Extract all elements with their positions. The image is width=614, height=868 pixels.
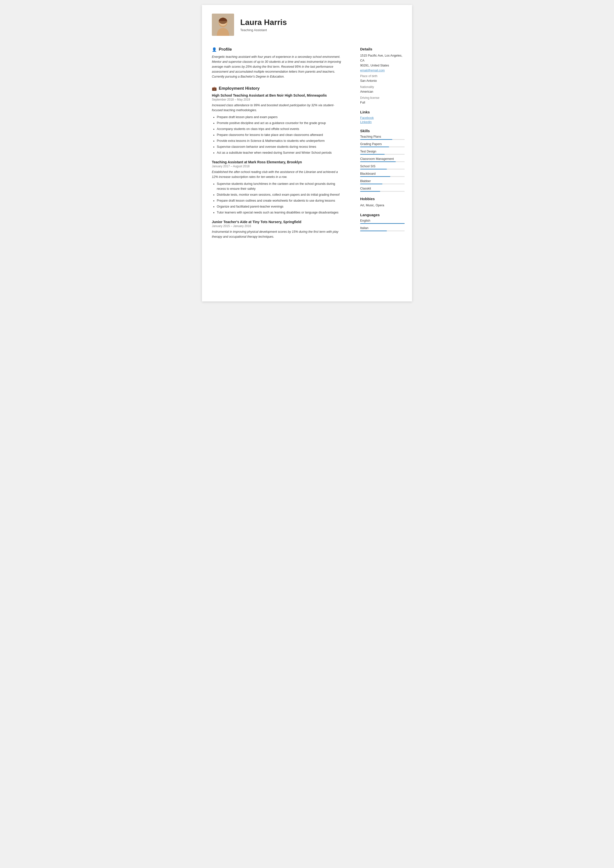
nationality-label: Nationality bbox=[360, 85, 405, 89]
skills-title: Skills bbox=[360, 129, 405, 133]
job-title-1: Teaching Assistant at Mark Ross Elementa… bbox=[212, 160, 344, 164]
job-bullet: Prepare classrooms for lessons to take p… bbox=[217, 132, 344, 137]
skill-bar-fill-2 bbox=[360, 154, 385, 155]
left-column: 👤 Profile Energetic teaching assistant w… bbox=[202, 45, 353, 294]
job-bullet: Organize and facilitated parent-teacher … bbox=[217, 204, 344, 209]
job-block-1: Teaching Assistant at Mark Ross Elementa… bbox=[212, 160, 344, 215]
skill-bar-bg-6 bbox=[360, 184, 405, 184]
skill-bar-fill-3 bbox=[360, 161, 396, 162]
email-link[interactable]: email@email.com bbox=[360, 69, 385, 72]
place-of-birth-label: Place of birth bbox=[360, 74, 405, 78]
skill-bar-bg-7 bbox=[360, 191, 405, 192]
job-block-0: High School Teaching Assistant at Ben No… bbox=[212, 93, 344, 155]
employment-title: 💼 Employment History bbox=[212, 86, 344, 91]
skill-item-3: Classroom Management bbox=[360, 157, 405, 162]
language-bar-bg-1 bbox=[360, 231, 405, 231]
employment-section: 💼 Employment History High School Teachin… bbox=[212, 86, 344, 239]
language-item-0: English bbox=[360, 219, 405, 224]
employment-icon: 💼 bbox=[212, 86, 217, 91]
details-section: Details 1515 Pacific Ave, Los Angeles, C… bbox=[360, 47, 405, 105]
skill-name-2: Test Design bbox=[360, 150, 405, 153]
job-dates-1: January 2017 – August 2018 bbox=[212, 164, 344, 168]
language-bar-fill-1 bbox=[360, 231, 387, 231]
skill-name-1: Grading Papers bbox=[360, 142, 405, 146]
place-of-birth: San Antonio bbox=[360, 78, 405, 83]
candidate-title: Teaching Assistant bbox=[240, 28, 287, 32]
details-title: Details bbox=[360, 47, 405, 51]
skill-bar-fill-7 bbox=[360, 191, 380, 192]
address-line2: 90291, United States bbox=[360, 63, 405, 68]
languages-title: Languages bbox=[360, 213, 405, 217]
languages-container: English Italian bbox=[360, 219, 405, 231]
nationality: American bbox=[360, 89, 405, 94]
job-bullet: Prepare draft lesson outlines and create… bbox=[217, 198, 344, 203]
job-description-2: Instrumental in improving physical devel… bbox=[212, 229, 344, 239]
link-item-0[interactable]: Facebook bbox=[360, 116, 405, 119]
skill-item-1: Grading Papers bbox=[360, 142, 405, 147]
job-bullets-0: Prepare draft lesson plans and exam pape… bbox=[212, 115, 344, 155]
skill-item-5: Blackboard bbox=[360, 172, 405, 177]
skill-bar-fill-5 bbox=[360, 176, 390, 177]
skill-item-4: School SIS bbox=[360, 164, 405, 169]
job-dates-2: January 2015 – January 2016 bbox=[212, 224, 344, 228]
job-description-0: Increased class attendance to 99% and bo… bbox=[212, 103, 344, 113]
links-section: Links FacebookLinkedin bbox=[360, 110, 405, 124]
language-name-0: English bbox=[360, 219, 405, 222]
skill-bar-fill-6 bbox=[360, 184, 382, 184]
skill-item-2: Test Design bbox=[360, 150, 405, 155]
driving-license-label: Driving license bbox=[360, 96, 405, 99]
profile-text: Energetic teaching assistant with four y… bbox=[212, 54, 344, 79]
avatar bbox=[212, 14, 234, 36]
skill-bar-fill-0 bbox=[360, 139, 392, 140]
links-container: FacebookLinkedin bbox=[360, 116, 405, 124]
skill-name-7: Classkit bbox=[360, 187, 405, 190]
languages-section: Languages English Italian bbox=[360, 213, 405, 231]
job-description-1: Established the after-school reading clu… bbox=[212, 169, 344, 179]
profile-section: 👤 Profile Energetic teaching assistant w… bbox=[212, 47, 344, 79]
skills-container: Teaching Plans Grading Papers Test Desig… bbox=[360, 135, 405, 192]
language-bar-fill-0 bbox=[360, 223, 405, 224]
job-block-2: Junior Teacher's Aide at Tiny Tots Nurse… bbox=[212, 220, 344, 239]
header-section: Laura Harris Teaching Assistant bbox=[202, 5, 412, 42]
language-bar-bg-0 bbox=[360, 223, 405, 224]
address-line1: 1515 Pacific Ave, Los Angeles, CA bbox=[360, 53, 405, 63]
skill-name-6: Blabber bbox=[360, 179, 405, 183]
profile-title: 👤 Profile bbox=[212, 47, 344, 52]
skill-bar-fill-4 bbox=[360, 169, 387, 169]
profile-icon: 👤 bbox=[212, 47, 217, 52]
hobbies-text: Art, Music, Opera bbox=[360, 203, 405, 208]
skill-name-0: Teaching Plans bbox=[360, 135, 405, 138]
skills-section: Skills Teaching Plans Grading Papers Tes… bbox=[360, 129, 405, 192]
job-title-2: Junior Teacher's Aide at Tiny Tots Nurse… bbox=[212, 220, 344, 224]
job-title-0: High School Teaching Assistant at Ben No… bbox=[212, 93, 344, 98]
main-content: 👤 Profile Energetic teaching assistant w… bbox=[202, 42, 412, 301]
job-bullet: Act as a substitute teacher when needed … bbox=[217, 150, 344, 155]
job-bullet: Prepare draft lesson plans and exam pape… bbox=[217, 115, 344, 119]
job-dates-0: September 2018 – May 2019 bbox=[212, 98, 344, 101]
language-item-1: Italian bbox=[360, 226, 405, 231]
driving-license: Full bbox=[360, 100, 405, 105]
job-bullet: Accompany students on class trips and of… bbox=[217, 127, 344, 132]
skill-bar-fill-1 bbox=[360, 147, 389, 147]
candidate-name: Laura Harris bbox=[240, 17, 287, 27]
job-bullet: Distribute tests, monitor exam sessions,… bbox=[217, 192, 344, 197]
hobbies-title: Hobbies bbox=[360, 197, 405, 201]
job-bullet: Provide extra lessons in Science & Mathe… bbox=[217, 138, 344, 143]
skill-name-5: Blackboard bbox=[360, 172, 405, 175]
right-column: Details 1515 Pacific Ave, Los Angeles, C… bbox=[353, 45, 412, 294]
job-bullet: Tutor learners with special needs such a… bbox=[217, 210, 344, 215]
link-item-1[interactable]: Linkedin bbox=[360, 120, 405, 124]
skill-bar-bg-1 bbox=[360, 147, 405, 147]
header-info: Laura Harris Teaching Assistant bbox=[240, 17, 287, 32]
skill-bar-bg-5 bbox=[360, 176, 405, 177]
jobs-container: High School Teaching Assistant at Ben No… bbox=[212, 93, 344, 239]
job-bullets-1: Supervise students during lunchtimes in … bbox=[212, 181, 344, 215]
language-name-1: Italian bbox=[360, 226, 405, 230]
skill-item-6: Blabber bbox=[360, 179, 405, 184]
job-bullet: Supervise classroom behavior and oversee… bbox=[217, 144, 344, 149]
links-title: Links bbox=[360, 110, 405, 114]
resume-container: Laura Harris Teaching Assistant 👤 Profil… bbox=[202, 5, 412, 301]
skill-item-0: Teaching Plans bbox=[360, 135, 405, 140]
job-bullet: Supervise students during lunchtimes in … bbox=[217, 181, 344, 191]
skill-bar-bg-0 bbox=[360, 139, 405, 140]
